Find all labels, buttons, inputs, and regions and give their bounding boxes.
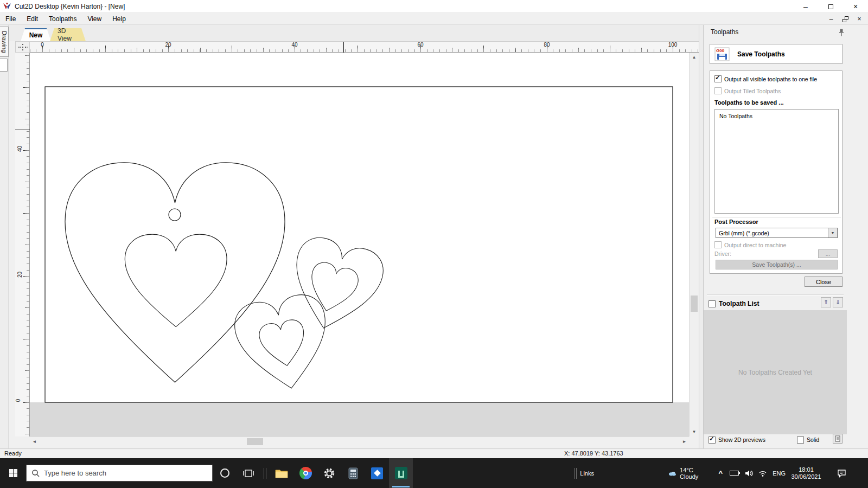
settings-button[interactable] <box>317 458 341 488</box>
toolpath-list-checkbox[interactable]: ✓ <box>709 300 716 307</box>
svg-text:G00: G00 <box>716 48 725 53</box>
gcode-save-icon: G00 <box>714 47 730 61</box>
no-toolpaths-created-text: No Toolpaths Created Yet <box>738 369 812 376</box>
chrome-button[interactable] <box>293 458 317 488</box>
tab-3d-view[interactable]: 3D View <box>50 28 86 41</box>
scrollbar-corner <box>689 436 699 446</box>
no-toolpaths-text: No Toolpaths <box>719 113 752 119</box>
left-tab-strip: Drawing <box>0 25 9 448</box>
scroll-right-button[interactable]: ► <box>680 437 689 446</box>
menu-item-file[interactable]: File <box>0 13 21 25</box>
output-all-label: Output all visible toolpaths to one file <box>724 76 817 82</box>
search-input[interactable] <box>27 465 212 481</box>
volume-button[interactable] <box>745 458 753 488</box>
save-toolpaths-button[interactable]: Save Toolpath(s) ... <box>716 260 838 269</box>
network-button[interactable] <box>758 458 767 488</box>
pin-icon[interactable] <box>837 28 846 37</box>
battery-button[interactable] <box>730 458 739 488</box>
language-button[interactable]: ENG <box>773 458 786 488</box>
horizontal-ruler: 0 20 40 60 80 100 <box>30 41 699 53</box>
links-toolbar[interactable]: Links <box>571 458 594 488</box>
output-all-checkbox[interactable]: ✓ <box>714 75 722 82</box>
clock[interactable]: 18:01 30/06/2021 <box>789 458 824 488</box>
windows-logo-icon <box>9 469 17 477</box>
panel-splitter[interactable] <box>699 25 704 448</box>
taskbar-search[interactable] <box>26 465 213 481</box>
cut2d-taskbar-button[interactable] <box>389 458 413 488</box>
close-button[interactable]: × <box>843 0 868 13</box>
divider <box>712 217 841 217</box>
weather-widget[interactable]: 14°C Cloudy <box>668 458 703 488</box>
move-toolpath-up-button[interactable]: ⇑ <box>821 297 831 307</box>
scroll-left-button[interactable]: ◄ <box>30 437 39 446</box>
show-2d-previews-checkbox[interactable]: ✓ <box>709 436 716 444</box>
output-direct-checkbox[interactable]: ✓ <box>714 241 722 248</box>
h-ruler-label: 0 <box>41 42 44 48</box>
tab-new[interactable]: New <box>21 28 51 41</box>
cursor-position-marker-v <box>15 130 30 130</box>
close-panel-button[interactable]: Close <box>805 277 843 287</box>
status-bar: Ready X: 47.8019 Y: 43.1763 <box>0 448 868 458</box>
folder-icon <box>275 468 288 479</box>
ruler-corner <box>15 41 30 53</box>
menu-item-toolpaths[interactable]: Toolpaths <box>43 13 82 25</box>
scroll-down-button[interactable]: ▼ <box>690 427 699 436</box>
menu-item-help[interactable]: Help <box>107 13 131 25</box>
output-direct-label: Output direct to machine <box>724 242 786 248</box>
battery-icon <box>730 471 739 476</box>
canvas-outside-area <box>30 402 689 436</box>
vertical-ruler: 40 20 0 <box>15 53 30 436</box>
cloud-icon <box>668 468 676 478</box>
weather-text: 14°C Cloudy <box>680 467 703 480</box>
maximize-button[interactable] <box>818 0 843 13</box>
save-toolpaths-title: Save Toolpaths <box>737 50 785 58</box>
save-toolpaths-form: ✓ Output all visible toolpaths to one fi… <box>710 70 843 274</box>
drawing-canvas[interactable] <box>30 53 689 436</box>
solid-label: Solid <box>807 436 819 443</box>
h-ruler-label: 80 <box>544 42 550 48</box>
preview-options-button[interactable] <box>833 434 843 444</box>
h-ruler-label: 20 <box>165 42 171 48</box>
cortana-button[interactable] <box>213 458 237 488</box>
blue-app-button[interactable] <box>365 458 389 488</box>
chrome-icon <box>299 467 312 479</box>
document-close-button[interactable]: × <box>855 15 864 23</box>
vertical-scroll-thumb[interactable] <box>691 296 698 312</box>
menu-item-view[interactable]: View <box>82 13 107 25</box>
driver-browse-button[interactable]: ... <box>818 249 838 258</box>
drawing-panel-tab[interactable]: Drawing <box>0 27 9 57</box>
document-minimize-button[interactable]: – <box>827 15 835 23</box>
toolpath-list-area[interactable]: No Toolpaths Created Yet <box>704 310 847 434</box>
tray-chevron-button[interactable]: ^ <box>718 458 723 488</box>
check-icon: ✓ <box>715 74 720 81</box>
show-2d-previews-label: Show 2D previews <box>718 436 765 443</box>
output-tiled-label: Output Tiled Toolpaths <box>724 88 781 94</box>
file-explorer-button[interactable] <box>270 458 293 488</box>
gear-icon <box>323 467 335 479</box>
post-processor-dropdown[interactable]: Grbl (mm) (*.gcode) ▼ <box>716 228 838 238</box>
task-view-button[interactable] <box>237 458 260 488</box>
solid-checkbox[interactable]: ✓ <box>797 436 804 444</box>
calculator-button[interactable] <box>341 458 365 488</box>
output-tiled-checkbox[interactable]: ✓ <box>714 87 722 94</box>
calculator-icon <box>348 467 358 479</box>
cursor-position-marker-h <box>343 42 344 53</box>
post-processor-label: Post Processor <box>714 219 758 225</box>
running-app-indicator <box>392 486 410 487</box>
toolpaths-to-be-saved-label: Toolpaths to be saved ... <box>714 99 784 106</box>
toolpaths-to-save-list[interactable]: No Toolpaths <box>714 109 839 214</box>
scroll-up-button[interactable]: ▲ <box>690 53 699 62</box>
minimize-button[interactable]: – <box>793 0 818 13</box>
menu-item-edit[interactable]: Edit <box>21 13 43 25</box>
check-icon: ✓ <box>709 435 714 442</box>
application-window: Cut2D Desktop {Kevin Harton} - [New] – ×… <box>0 0 868 488</box>
horizontal-scroll-thumb[interactable] <box>247 438 263 445</box>
h-ruler-label: 60 <box>417 42 423 48</box>
horizontal-scrollbar[interactable]: ◄ ► <box>30 436 689 446</box>
action-center-button[interactable] <box>837 458 846 488</box>
chevron-down-icon[interactable]: ▼ <box>828 228 837 237</box>
start-button[interactable] <box>0 458 26 488</box>
document-restore-button[interactable] <box>841 15 850 23</box>
vertical-scrollbar[interactable]: ▲ ▼ <box>689 53 699 436</box>
move-toolpath-down-button[interactable]: ⇓ <box>833 297 843 307</box>
